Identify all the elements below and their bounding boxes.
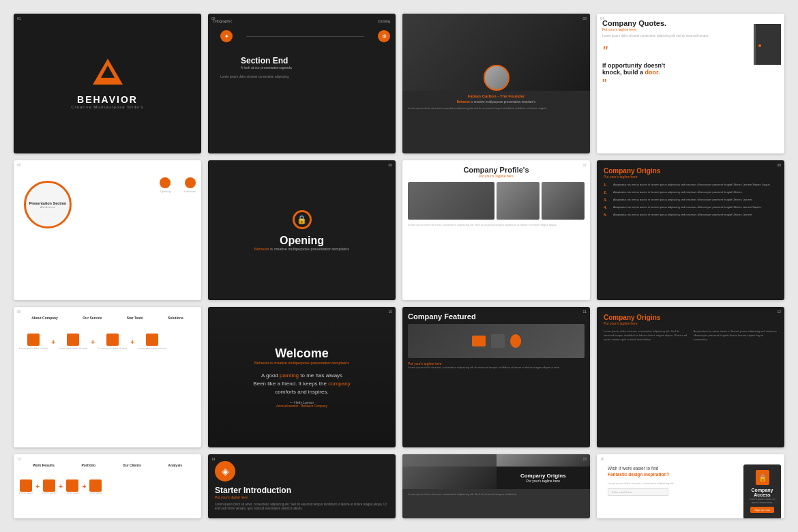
co-text-3: Auspicatus nis metus auctor in laoreet p…: [613, 198, 752, 202]
co-item-4: 4. Auspicatus nis metus auctor in laoree…: [604, 205, 778, 209]
step-desc-2: Lorem ipsum dolor sit amet: [59, 347, 87, 350]
ca-sub-text: Lorem ipsum dolor sit amet, consectetur …: [608, 482, 694, 485]
label-closing: Closing: [378, 19, 390, 23]
cf-title: Company Featured: [408, 312, 585, 321]
slide-2: 02 Infographic Closing ✦ ⚙ Section End A…: [208, 14, 396, 153]
slide-14: 14 ◈ Starter Introduction Put your's dig…: [208, 454, 396, 519]
slide-5: 05 Presentation Section A look at our Op…: [14, 160, 201, 300]
slide-1: 01 BEHAVIOR Creative Multipurpose Slide'…: [14, 14, 201, 153]
ca-input[interactable]: Enter email here: [608, 488, 668, 496]
co-item-5: 5. Auspicatus nis metus auctor in laoree…: [604, 213, 778, 217]
ca-em-text: Fantastic design inspiration?: [608, 471, 694, 477]
slide-num-4: 04: [600, 16, 604, 20]
opening-sub: Behavior is creative multipurpose presen…: [244, 247, 359, 251]
brand-em: Behavior: [457, 100, 470, 104]
label-portfolio: Portfolio: [82, 463, 96, 467]
cp-sub: Put your's Tagline here: [408, 174, 585, 178]
painting-em: painting: [280, 372, 299, 379]
col-2: Auspicatus nis metus auctor in laoreet p…: [694, 329, 778, 342]
row-header-2: Work Results Portfolio Our Clients Analy…: [19, 463, 196, 467]
col-text-2: Auspicatus nis metus auctor in laoreet p…: [694, 329, 778, 342]
label-clients: Our Clients: [123, 463, 141, 467]
photo4-sub: Put your's tagline here: [526, 479, 560, 483]
cp-img-row: [408, 182, 585, 220]
step2-4: Lorem ipsum: [89, 479, 102, 494]
slide-4: 04 Company Quotes. Put your's tagline he…: [597, 14, 784, 153]
step-label-2: Introduce: [184, 190, 196, 193]
slide-num-5: 05: [17, 163, 21, 167]
cp-img-small-2: [542, 182, 585, 220]
step2-desc-2: Lorem ipsum: [42, 492, 56, 494]
step-desc-4: Lorem ipsum dolor sit amet: [138, 347, 166, 350]
slide-num-7: 07: [582, 163, 587, 167]
step-3: Lorem ipsum dolor sit amet: [98, 334, 127, 350]
slide-9: 09 About Company Our Service Star Team S…: [14, 307, 201, 447]
step2-desc-3: Lorem ipsum: [65, 492, 79, 494]
slide-num-3: 03: [582, 16, 587, 20]
co-text-4: Auspicatus nis metus auctor in laoreet p…: [613, 205, 762, 209]
opening-brand: Behavior: [254, 247, 269, 251]
ca-left: Wish it were easier to find Fantastic de…: [602, 460, 699, 501]
close-quote-icon: ": [602, 77, 779, 91]
person-bg-img: [402, 14, 590, 91]
slide-12: 12 Company Origins Put your's tagline he…: [597, 307, 784, 447]
ca-wish-text: Wish it were easier to find: [608, 465, 694, 471]
col-1: Lorem ipsum dolor sit amet, consectetur …: [604, 329, 688, 342]
section-end-sub: A look at our presentation agenda: [241, 65, 390, 70]
step-1: Lorem ipsum dolor sit amet: [19, 334, 48, 350]
opening-sub-text: is creative multipurpose presentation te…: [270, 247, 349, 251]
cf-featured-img: [408, 324, 585, 358]
slide-num-2: 02: [211, 16, 216, 20]
label-service: Our Service: [83, 316, 102, 320]
step2-icon-3: [66, 479, 78, 492]
company-quotes-sub: Put your's tagline here: [602, 27, 779, 31]
step-icon-2: [67, 334, 79, 346]
co-num-2: 2.: [604, 190, 610, 194]
step-items: Opening Introduce: [160, 177, 196, 193]
slides-grid: 01 BEHAVIOR Creative Multipurpose Slide'…: [0, 0, 798, 532]
lock-icon: 🔒: [293, 210, 312, 229]
ca-box-title: Company Access: [747, 488, 778, 497]
cp-img-small-1: [497, 182, 540, 220]
label-about: About Company: [31, 316, 58, 320]
logo-triangle: [93, 59, 123, 85]
circle-sub: A look at our: [40, 205, 55, 209]
arrow-icon-1: [160, 177, 171, 188]
col-text-1: Lorem ipsum dolor sit amet, consectetur …: [604, 329, 688, 342]
person-name: Fabian Carlton - The Founder: [402, 94, 590, 98]
si-icon: ◈: [215, 461, 235, 482]
step2-2: Lorem ipsum: [42, 479, 56, 494]
two-col-layout: Lorem ipsum dolor sit amet, consectetur …: [604, 329, 778, 342]
plus2-3: +: [82, 483, 86, 490]
door-image: [754, 24, 781, 65]
arrow-icon-2: [185, 177, 196, 188]
cf-icon-3: [510, 334, 521, 348]
brand-sub: Creative Multipurpose Slide's: [71, 105, 144, 109]
cf-icon-1: [472, 336, 486, 346]
step2-1: Lorem ipsum: [19, 479, 33, 494]
step-introduce: Introduce: [184, 177, 196, 193]
ca-lock-icon: 🔒: [756, 470, 769, 485]
slide-num-16: 16: [600, 457, 604, 461]
slide-8: 08 Company Origins Put your's tagline he…: [597, 160, 784, 300]
slide-3: 03 Fabian Carlton - The Founder Behavior…: [402, 14, 590, 153]
cf-icon-2: [491, 334, 505, 348]
co2-title: Company Origins: [604, 314, 778, 321]
photo-3: [402, 467, 497, 489]
ca-em: Fantastic design inspiration?: [608, 472, 669, 477]
si-title: Starter Introduction: [215, 486, 389, 495]
company-quotes-body: Lorem ipsum dolor sit amet consectetur a…: [602, 34, 779, 38]
slide-7: 07 Company Profile's Put your's Tagline …: [402, 160, 590, 300]
slide-num-9: 09: [17, 310, 21, 314]
person-avatar: [484, 65, 509, 91]
step-desc-3: Lorem ipsum dolor sit amet: [98, 347, 127, 350]
step2-desc-1: Lorem ipsum: [19, 492, 33, 494]
connector: [246, 36, 364, 37]
co-text-2: Auspicatus nis metus auctor in laoreet p…: [613, 190, 743, 194]
step2-icon-2: [43, 479, 55, 492]
step-icon-4: [146, 334, 158, 346]
steps-row: Lorem ipsum dolor sit amet + Lorem ipsum…: [19, 334, 196, 350]
photo-1: [402, 454, 497, 467]
ca-signup-btn[interactable]: Sign Up now: [750, 507, 774, 513]
brand-text: is creative multipurpose presentation te…: [471, 100, 535, 104]
